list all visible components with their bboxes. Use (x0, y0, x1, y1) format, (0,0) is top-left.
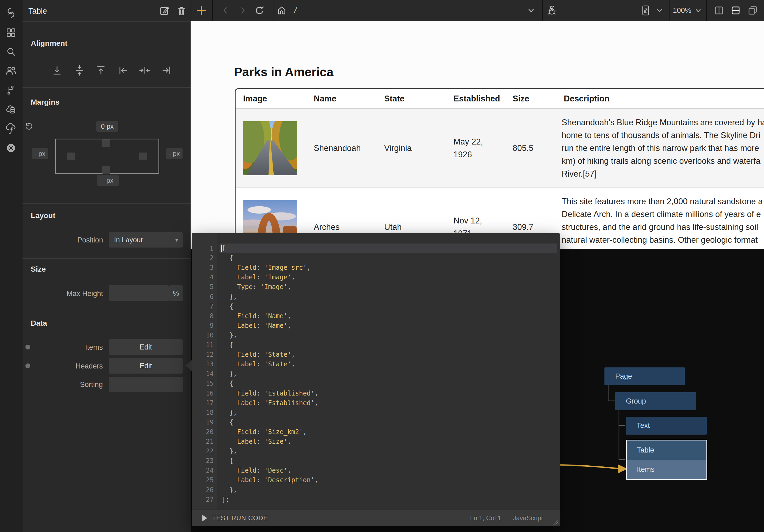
cell-established: May 22,1926 (446, 109, 505, 187)
cloud-data-icon[interactable] (5, 104, 17, 115)
play-icon (202, 515, 207, 521)
code-line: Field: 'Name', (222, 311, 560, 321)
max-height-input[interactable] (109, 285, 169, 301)
code-line: { (222, 418, 560, 427)
shenandoah-autumn-road-photo (243, 121, 297, 175)
hierarchy-icon[interactable] (5, 84, 17, 96)
center-horizontal-icon[interactable] (139, 65, 151, 76)
description-line: structures, and the arid ground has life… (562, 221, 758, 234)
position-select[interactable]: In Layout ▾ (109, 232, 183, 248)
table-widget[interactable]: ImageNameStateEstablishedSizeDescription… (235, 88, 764, 249)
description-line: River.[57] (562, 168, 597, 180)
line-number: 17 (195, 398, 214, 408)
max-height-unit[interactable]: % (169, 285, 183, 301)
indent-guide (251, 428, 251, 445)
test-run-code-button[interactable]: TEST RUN CODE (202, 514, 268, 522)
home-icon[interactable] (276, 5, 287, 16)
code-editor-popup: 1234567891011121314151617181920212223242… (192, 233, 560, 526)
app-logo-icon[interactable] (5, 7, 17, 19)
node-table-items[interactable]: Items (627, 460, 706, 479)
code-input-area[interactable]: [ { Field: 'Image_src', Label: 'Image', … (217, 233, 560, 509)
line-number: 15 (195, 379, 214, 388)
margin-right-input[interactable]: - px (166, 148, 183, 159)
line-number: 6 (195, 292, 214, 301)
margin-handle-bottom[interactable] (102, 166, 110, 174)
code-line: }, (222, 369, 560, 379)
node-page[interactable]: Page (605, 367, 685, 385)
refresh-button[interactable] (254, 5, 265, 16)
cloud-functions-icon[interactable] (5, 122, 17, 134)
indent-guide (251, 351, 251, 368)
position-label: Position (50, 236, 103, 244)
split-columns-icon[interactable] (713, 5, 725, 16)
node-table-selected[interactable]: Table Items (626, 440, 707, 480)
add-button[interactable] (196, 5, 207, 16)
headers-port-dot[interactable] (25, 363, 30, 368)
settings-gear-icon[interactable] (5, 142, 17, 154)
zoom-chevron[interactable] (695, 7, 701, 14)
align-top-icon[interactable] (95, 65, 107, 76)
line-number: 10 (195, 330, 214, 340)
zoom-level[interactable]: 100% (673, 6, 691, 15)
cell-name: Shenandoah (306, 109, 377, 187)
page-selector-chevron[interactable] (528, 7, 535, 14)
line-number: 9 (195, 321, 214, 330)
node-text[interactable]: Text (626, 417, 707, 435)
widgets-grid-icon[interactable] (5, 27, 17, 39)
align-bottom-icon[interactable] (51, 65, 63, 76)
delete-icon[interactable] (176, 5, 187, 18)
margin-left-input[interactable]: - px (32, 148, 48, 159)
margin-top-input[interactable]: 0 px (96, 121, 118, 132)
line-number: 5 (195, 282, 214, 292)
code-line: }, (222, 485, 560, 495)
center-vertical-icon[interactable] (74, 65, 86, 76)
headers-edit-button[interactable]: Edit (109, 358, 183, 374)
code-line: }, (222, 408, 560, 418)
margin-bottom-input[interactable]: - px (97, 175, 119, 186)
stacked-panes-icon[interactable] (747, 5, 758, 16)
margins-section-label: Margins (31, 98, 60, 106)
line-number: 19 (195, 418, 214, 427)
line-number: 21 (195, 437, 214, 446)
margin-handle-right[interactable] (139, 152, 147, 160)
code-line: Label: 'State', (222, 359, 560, 369)
search-icon[interactable] (5, 46, 17, 58)
line-number: 7 (195, 301, 214, 311)
left-icon-rail (0, 0, 23, 532)
back-button[interactable] (221, 6, 229, 14)
node-table-label[interactable]: Table (627, 441, 706, 460)
properties-panel: Table Alignment Margins (23, 0, 191, 532)
split-rows-icon[interactable] (730, 5, 741, 16)
items-edit-button[interactable]: Edit (109, 339, 183, 355)
text-widget-title[interactable]: Parks in America (234, 65, 333, 79)
code-line: { (222, 456, 560, 466)
sorting-input[interactable] (109, 377, 183, 392)
column-header: Image (236, 94, 306, 103)
column-header: Size (505, 94, 556, 103)
reset-margins-icon[interactable] (24, 121, 34, 132)
align-left-icon[interactable] (117, 65, 129, 76)
description-line: home to tens of thousands of animals. Th… (562, 129, 760, 142)
resize-grip[interactable] (552, 518, 558, 524)
description-line: run the entire length of this narrow par… (562, 142, 759, 155)
align-right-icon[interactable] (161, 65, 173, 76)
viewport-chevron[interactable] (657, 7, 663, 14)
forward-button[interactable] (239, 6, 247, 14)
column-header: Name (306, 94, 377, 103)
debug-bug-icon[interactable] (546, 5, 558, 16)
code-line: { (222, 301, 560, 311)
items-port-dot[interactable] (25, 345, 30, 349)
node-group[interactable]: Group (615, 392, 696, 410)
viewport-size-icon[interactable] (639, 4, 652, 17)
table-header-row: ImageNameStateEstablishedSizeDescription (236, 89, 764, 108)
users-icon[interactable] (5, 65, 17, 77)
line-number: 16 (195, 389, 214, 398)
line-number: 23 (195, 456, 214, 466)
margin-handle-top[interactable] (102, 139, 110, 147)
line-number: 2 (195, 253, 214, 263)
rename-icon[interactable] (158, 5, 170, 18)
margin-handle-left[interactable] (67, 152, 75, 160)
line-number: 27 (195, 495, 214, 504)
column-header: State (377, 94, 446, 103)
design-canvas: Parks in America ImageNameStateEstablish… (191, 21, 764, 249)
